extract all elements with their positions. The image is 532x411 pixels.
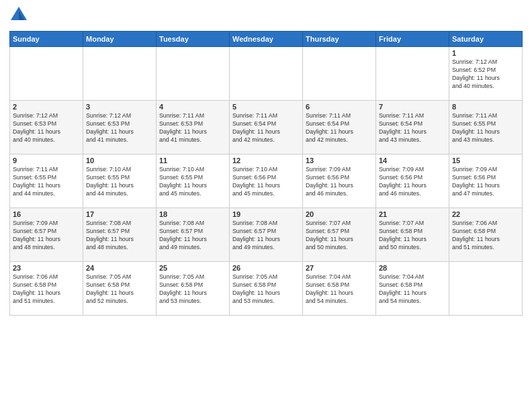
day-info: Sunrise: 7:09 AMSunset: 6:56 PMDaylight:…: [452, 166, 519, 198]
day-info: Sunrise: 7:05 AMSunset: 6:58 PMDaylight:…: [86, 273, 153, 306]
day-info: Sunrise: 7:06 AMSunset: 6:58 PMDaylight:…: [452, 220, 519, 252]
calendar-body: 1Sunrise: 7:12 AMSunset: 6:52 PMDaylight…: [10, 47, 523, 316]
weekday-header: Thursday: [303, 32, 376, 47]
day-info: Sunrise: 7:09 AMSunset: 6:56 PMDaylight:…: [306, 166, 373, 198]
calendar-cell: 16Sunrise: 7:09 AMSunset: 6:57 PMDayligh…: [10, 208, 83, 262]
day-number: 25: [159, 264, 226, 272]
weekday-header: Saturday: [449, 32, 523, 47]
calendar-week: 9Sunrise: 7:11 AMSunset: 6:55 PMDaylight…: [10, 154, 523, 208]
day-number: 5: [232, 103, 300, 111]
day-number: 26: [232, 264, 300, 272]
day-number: 13: [306, 156, 373, 165]
calendar-cell: [83, 47, 157, 101]
logo-icon: [9, 5, 28, 24]
calendar-cell: 27Sunrise: 7:04 AMSunset: 6:58 PMDayligh…: [303, 262, 376, 316]
day-info: Sunrise: 7:07 AMSunset: 6:57 PMDaylight:…: [306, 220, 373, 252]
day-info: Sunrise: 7:11 AMSunset: 6:55 PMDaylight:…: [452, 112, 519, 144]
calendar-cell: 1Sunrise: 7:12 AMSunset: 6:52 PMDaylight…: [449, 47, 523, 101]
day-info: Sunrise: 7:08 AMSunset: 6:57 PMDaylight:…: [232, 220, 300, 252]
weekday-header: Tuesday: [157, 32, 230, 47]
day-info: Sunrise: 7:11 AMSunset: 6:54 PMDaylight:…: [306, 112, 373, 144]
day-number: 27: [306, 264, 373, 272]
day-info: Sunrise: 7:09 AMSunset: 6:56 PMDaylight:…: [379, 166, 446, 198]
header: [9, 7, 523, 26]
day-number: 1: [452, 49, 519, 57]
day-number: 19: [232, 210, 300, 218]
calendar-cell: [157, 47, 230, 101]
calendar-cell: 21Sunrise: 7:07 AMSunset: 6:58 PMDayligh…: [376, 208, 449, 262]
calendar-cell: 5Sunrise: 7:11 AMSunset: 6:54 PMDaylight…: [230, 101, 303, 154]
day-info: Sunrise: 7:05 AMSunset: 6:58 PMDaylight:…: [159, 273, 226, 306]
day-info: Sunrise: 7:06 AMSunset: 6:58 PMDaylight:…: [13, 273, 80, 306]
calendar-cell: [10, 47, 83, 101]
day-info: Sunrise: 7:11 AMSunset: 6:53 PMDaylight:…: [159, 112, 226, 144]
day-number: 23: [13, 264, 80, 272]
calendar-cell: 23Sunrise: 7:06 AMSunset: 6:58 PMDayligh…: [10, 262, 83, 316]
day-number: 22: [452, 210, 519, 218]
calendar-cell: 12Sunrise: 7:10 AMSunset: 6:56 PMDayligh…: [230, 154, 303, 208]
calendar-cell: [376, 47, 449, 101]
weekday-header: Sunday: [10, 32, 83, 47]
weekday-header: Monday: [83, 32, 157, 47]
day-number: 15: [452, 156, 519, 165]
calendar-cell: 7Sunrise: 7:11 AMSunset: 6:54 PMDaylight…: [376, 101, 449, 154]
day-info: Sunrise: 7:12 AMSunset: 6:53 PMDaylight:…: [86, 112, 153, 144]
calendar-cell: 26Sunrise: 7:05 AMSunset: 6:58 PMDayligh…: [230, 262, 303, 316]
day-number: 4: [159, 103, 226, 111]
day-number: 7: [379, 103, 446, 111]
calendar-cell: 2Sunrise: 7:12 AMSunset: 6:53 PMDaylight…: [10, 101, 83, 154]
calendar-cell: 15Sunrise: 7:09 AMSunset: 6:56 PMDayligh…: [449, 154, 523, 208]
calendar-cell: 24Sunrise: 7:05 AMSunset: 6:58 PMDayligh…: [83, 262, 157, 316]
day-info: Sunrise: 7:08 AMSunset: 6:57 PMDaylight:…: [86, 220, 153, 252]
calendar-cell: [449, 262, 523, 316]
calendar-cell: [230, 47, 303, 101]
day-number: 3: [86, 103, 153, 111]
day-info: Sunrise: 7:11 AMSunset: 6:54 PMDaylight:…: [379, 112, 446, 144]
day-number: 10: [86, 156, 153, 165]
day-number: 24: [86, 264, 153, 272]
day-number: 11: [159, 156, 226, 165]
day-info: Sunrise: 7:04 AMSunset: 6:58 PMDaylight:…: [306, 273, 373, 306]
day-number: 9: [13, 156, 80, 165]
calendar-header: SundayMondayTuesdayWednesdayThursdayFrid…: [10, 32, 523, 47]
day-info: Sunrise: 7:12 AMSunset: 6:52 PMDaylight:…: [452, 58, 519, 91]
calendar-cell: [303, 47, 376, 101]
day-number: 28: [379, 264, 446, 272]
day-info: Sunrise: 7:11 AMSunset: 6:54 PMDaylight:…: [232, 112, 300, 144]
calendar-cell: 8Sunrise: 7:11 AMSunset: 6:55 PMDaylight…: [449, 101, 523, 154]
calendar-cell: 3Sunrise: 7:12 AMSunset: 6:53 PMDaylight…: [83, 101, 157, 154]
calendar-week: 16Sunrise: 7:09 AMSunset: 6:57 PMDayligh…: [10, 208, 523, 262]
day-number: 14: [379, 156, 446, 165]
day-info: Sunrise: 7:12 AMSunset: 6:53 PMDaylight:…: [13, 112, 80, 144]
day-number: 20: [306, 210, 373, 218]
weekday-header: Friday: [376, 32, 449, 47]
calendar-cell: 20Sunrise: 7:07 AMSunset: 6:57 PMDayligh…: [303, 208, 376, 262]
calendar-cell: 22Sunrise: 7:06 AMSunset: 6:58 PMDayligh…: [449, 208, 523, 262]
day-info: Sunrise: 7:10 AMSunset: 6:56 PMDaylight:…: [232, 166, 300, 198]
calendar: SundayMondayTuesdayWednesdayThursdayFrid…: [9, 31, 523, 316]
weekday-header: Wednesday: [230, 32, 303, 47]
day-info: Sunrise: 7:07 AMSunset: 6:58 PMDaylight:…: [379, 220, 446, 252]
day-info: Sunrise: 7:10 AMSunset: 6:55 PMDaylight:…: [86, 166, 153, 198]
calendar-cell: 9Sunrise: 7:11 AMSunset: 6:55 PMDaylight…: [10, 154, 83, 208]
calendar-cell: 10Sunrise: 7:10 AMSunset: 6:55 PMDayligh…: [83, 154, 157, 208]
day-number: 18: [159, 210, 226, 218]
day-info: Sunrise: 7:04 AMSunset: 6:58 PMDaylight:…: [379, 273, 446, 306]
day-number: 12: [232, 156, 300, 165]
day-number: 17: [86, 210, 153, 218]
calendar-cell: 19Sunrise: 7:08 AMSunset: 6:57 PMDayligh…: [230, 208, 303, 262]
calendar-cell: 25Sunrise: 7:05 AMSunset: 6:58 PMDayligh…: [157, 262, 230, 316]
day-info: Sunrise: 7:08 AMSunset: 6:57 PMDaylight:…: [159, 220, 226, 252]
page: SundayMondayTuesdayWednesdayThursdayFrid…: [0, 0, 532, 411]
day-number: 8: [452, 103, 519, 111]
day-number: 21: [379, 210, 446, 218]
day-info: Sunrise: 7:11 AMSunset: 6:55 PMDaylight:…: [13, 166, 80, 198]
logo: [9, 7, 30, 26]
calendar-week: 23Sunrise: 7:06 AMSunset: 6:58 PMDayligh…: [10, 262, 523, 316]
weekday-row: SundayMondayTuesdayWednesdayThursdayFrid…: [10, 32, 523, 47]
day-number: 2: [13, 103, 80, 111]
calendar-cell: 13Sunrise: 7:09 AMSunset: 6:56 PMDayligh…: [303, 154, 376, 208]
calendar-week: 2Sunrise: 7:12 AMSunset: 6:53 PMDaylight…: [10, 101, 523, 154]
calendar-week: 1Sunrise: 7:12 AMSunset: 6:52 PMDaylight…: [10, 47, 523, 101]
day-number: 16: [13, 210, 80, 218]
